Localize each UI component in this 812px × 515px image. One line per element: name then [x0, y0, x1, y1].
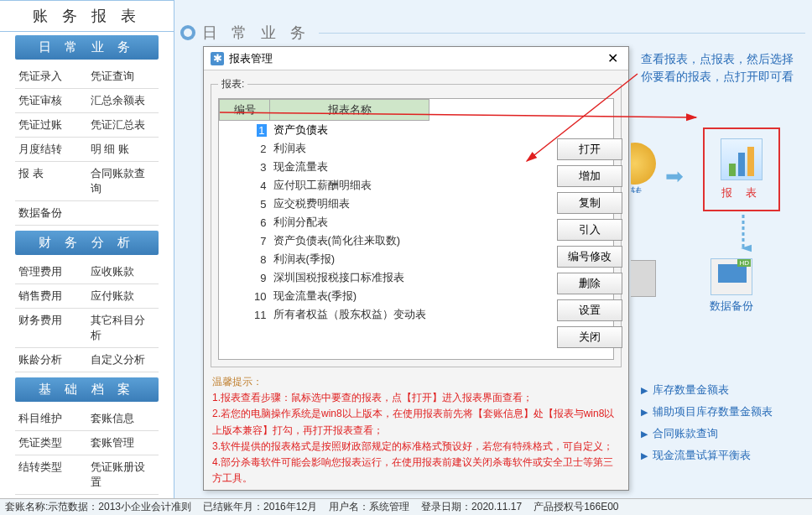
table-row[interactable]: 10现金流量表(季报) — [220, 287, 429, 305]
table-row[interactable]: 1资产负债表 — [220, 121, 429, 140]
dialog-titlebar: ✱ 报表管理 ✕ — [204, 47, 628, 70]
report-icon-label: 报 表 — [721, 185, 762, 200]
table-row[interactable]: 5应交税费明细表 — [220, 195, 429, 213]
menu-item[interactable]: 其它科目分析 — [87, 309, 159, 347]
disk-icon — [710, 258, 752, 295]
table-row[interactable]: 9深圳国税报税接口标准报表 — [220, 268, 429, 287]
menu-item[interactable]: 凭证录入 — [15, 65, 87, 88]
menu-item[interactable]: 报 表 — [15, 162, 87, 200]
tips-header: 温馨提示： — [212, 376, 263, 388]
table-row[interactable]: 8利润表(季报) — [220, 250, 429, 268]
menu-item[interactable]: 月度结转 — [15, 138, 87, 161]
menu-item[interactable]: 凭证账册设置 — [87, 455, 159, 494]
tips: 温馨提示： 1.报表查看步骤：鼠标选中要查的报表，点【打开】进入报表界面查看；2… — [212, 374, 620, 486]
section-header: 基 础 档 案 — [15, 377, 159, 402]
menu-item[interactable]: 应付账款 — [87, 284, 159, 308]
menu-item[interactable]: 合同账款查询 — [87, 162, 159, 200]
dialog-button-设置[interactable]: 设置 — [557, 299, 622, 321]
arrow-icon: ▶ — [641, 450, 648, 461]
arrow-icon: ▶ — [641, 429, 648, 440]
col-name: 报表名称 — [270, 100, 429, 121]
menu-item[interactable]: 套账管理 — [87, 431, 159, 455]
section-header: 财 务 分 析 — [15, 231, 159, 255]
menu-item[interactable]: 套账信息 — [87, 407, 159, 430]
col-num: 编号 — [220, 100, 270, 121]
report-table: 编号 报表名称 1资产负债表2利润表3现金流量表4应付职工薪酬明细表5应交税费明… — [218, 98, 614, 360]
menu-item[interactable]: 凭证查询 — [87, 65, 159, 88]
arrow-icon: ▶ — [641, 385, 648, 396]
right-link[interactable]: ▶合同账款查询 — [641, 423, 773, 445]
dialog-button-增加[interactable]: 增加 — [557, 165, 622, 187]
dialog-icon: ✱ — [211, 52, 224, 65]
section-header: 日 常 业 务 — [15, 35, 159, 60]
table-row[interactable]: 6利润分配表 — [220, 213, 429, 231]
dialog-button-关闭[interactable]: 关闭 — [557, 326, 622, 348]
arrow-icon: ▶ — [641, 407, 648, 418]
dialog-title-text: 报表管理 — [229, 51, 273, 66]
report-icon[interactable]: 报 表 — [703, 127, 780, 211]
status-bar: 套账名称:示范数据：2013小企业会计准则 已结账年月：2016年12月 用户名… — [0, 498, 812, 515]
menu-item[interactable]: 数据备份 — [15, 201, 159, 225]
dialog-button-引入[interactable]: 引入 — [557, 219, 622, 241]
close-icon[interactable]: ✕ — [604, 50, 622, 66]
status-auth: 产品授权号166E00 — [534, 500, 618, 514]
menu-item[interactable]: 凭证汇总表 — [87, 113, 159, 137]
menu-item[interactable]: 账龄分析 — [15, 348, 87, 372]
menu-item[interactable]: 凭证类型 — [15, 431, 87, 455]
top-banner: 日 常 业 务 — [180, 23, 805, 42]
menu-item[interactable]: 凭证过账 — [15, 113, 87, 137]
menu-item[interactable]: 科目维护 — [15, 407, 87, 430]
left-panel: 账 务 报 表 日 常 业 务凭证录入凭证查询凭证审核汇总余额表凭证过账凭证汇总… — [0, 0, 174, 498]
backup-icon[interactable]: 数据备份 — [710, 258, 753, 314]
menu-item[interactable]: 明 细 账 — [87, 138, 159, 161]
gear-icon — [180, 25, 195, 40]
menu-item[interactable]: 凭证审核 — [15, 89, 87, 112]
table-row[interactable]: 7资产负债表(简化往来取数) — [220, 231, 429, 250]
flow-arrow-down-icon — [735, 213, 752, 255]
right-link[interactable]: ▶辅助项目库存数量金额表 — [641, 401, 773, 423]
panel-title: 账 务 报 表 — [0, 0, 174, 32]
status-login: 登录日期：2020.11.17 — [421, 500, 522, 514]
menu-item[interactable]: 自定义分析 — [87, 348, 159, 372]
dialog-buttons: 打开增加复制引入编号修改删除设置关闭 — [557, 138, 622, 348]
right-links: ▶库存数量金额表▶辅助项目库存数量金额表▶合同账款查询▶现金流量试算平衡表 — [641, 379, 773, 466]
status-period: 已结账年月：2016年12月 — [203, 500, 317, 514]
fieldset-legend: 报表: — [218, 77, 247, 91]
menu-item[interactable]: 结转类型 — [15, 455, 87, 494]
backup-label: 数据备份 — [710, 299, 753, 314]
right-link[interactable]: ▶现金流量试算平衡表 — [641, 445, 773, 466]
banner-text: 日 常 业 务 — [202, 23, 310, 43]
menu-item[interactable]: 销售费用 — [15, 284, 87, 308]
table-row[interactable]: 4应付职工薪酬明细表 — [220, 176, 429, 195]
dialog-button-编号修改[interactable]: 编号修改 — [557, 246, 622, 268]
flow-arrow-right-icon: ➡ — [665, 164, 684, 190]
status-user: 用户名：系统管理 — [329, 500, 409, 514]
chart-icon — [721, 138, 763, 180]
annotation-text: 查看报表，点报表，然后选择你要看的报表，点打开即可看 — [641, 50, 800, 86]
dialog-button-删除[interactable]: 删除 — [557, 273, 622, 294]
partial-icon-transfer: 转 — [631, 143, 656, 193]
table-row[interactable]: 2利润表 — [220, 139, 429, 158]
tips-body: 1.报表查看步骤：鼠标选中要查的报表，点【打开】进入报表界面查看；2.若您的电脑… — [212, 390, 620, 486]
menu-item[interactable]: 管理费用 — [15, 260, 87, 284]
table-row[interactable]: 11所有者权益（股东权益）变动表 — [220, 305, 429, 324]
right-link[interactable]: ▶库存数量金额表 — [641, 379, 773, 401]
partial-icon-2 — [631, 260, 656, 319]
menu-item[interactable]: 财务费用 — [15, 309, 87, 347]
status-account: 套账名称:示范数据：2013小企业会计准则 — [5, 500, 191, 514]
dialog-button-打开[interactable]: 打开 — [557, 138, 622, 160]
menu-item[interactable]: 应收账款 — [87, 260, 159, 284]
dialog-button-复制[interactable]: 复制 — [557, 192, 622, 214]
menu-item[interactable]: 汇总余额表 — [87, 89, 159, 112]
table-row[interactable]: 3现金流量表 — [220, 158, 429, 176]
